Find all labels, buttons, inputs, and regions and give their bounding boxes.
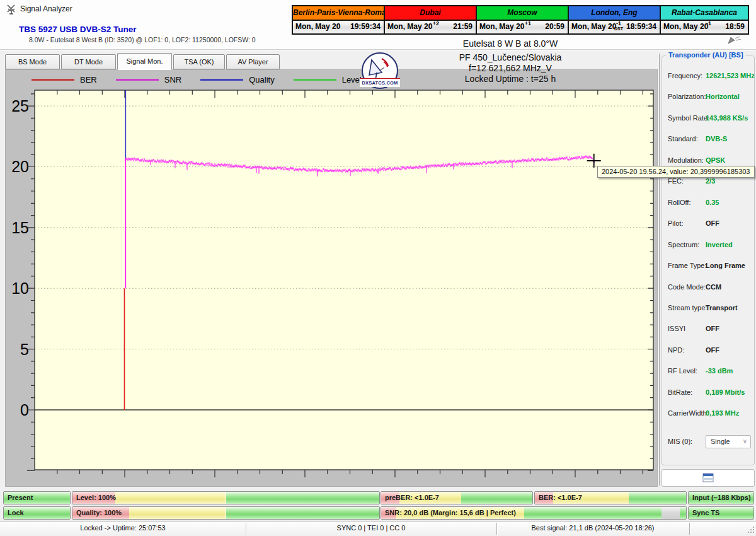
indicator-bar-level: Level: 100% [72,491,380,504]
clock-city: Moscow [476,5,569,21]
legend-swatch [32,79,74,81]
transponder-row-npd: NPD:OFF [662,346,754,356]
row-label: MIS (0): [668,438,692,445]
indicator-bar-preber: preBER: <1.0E-7 [381,491,533,504]
clock-hms: 18:59 [725,22,745,31]
legend-label: BER [80,75,97,84]
indicator-bar-input-188-kbps: Input (~188 Kbps) [688,491,754,504]
row-label: Polarization: [668,93,706,100]
bar-label: Quality: 100% [76,507,122,519]
clock-1: Berlin-Paris-Vienna-RomaMon, May 2019:59… [292,5,385,35]
row-value: 0.35 [706,199,719,206]
row-value: OFF [706,346,719,354]
list-icon [702,473,714,482]
transponder-row-carrierwidth: CarrierWidth:0,193 MHz [662,409,754,419]
clock-hms: 18:59:34 [626,22,656,31]
row-value: 0,189 Mbit/s [706,388,745,396]
mis-select[interactable]: Single∨ [706,435,751,448]
row-value: 143,988 KS/s [706,114,748,122]
bar-label: Sync TS [692,507,719,519]
bar-segment-gray [662,507,680,519]
row-value: 0,193 MHz [706,409,739,417]
window-title: Signal Analyzer [20,4,72,13]
row-value: 12621,523 MHz [706,72,755,79]
row-label: Pilot: [668,219,683,227]
panel-divider [659,54,660,486]
row-label: Standard: [668,135,698,143]
plot-area [35,90,653,470]
clock-date: Mon, May 20 [571,22,616,31]
bar-label: preBER: <1.0E-7 [385,492,439,504]
mis-value: Single [711,438,730,445]
legend-label: Quality [249,75,274,84]
indicator-bar-ber: BER: <1.0E-7 [534,491,687,504]
resize-grip-icon[interactable] [747,526,755,533]
tab-av-player[interactable]: AV Player [226,54,280,69]
legend-label: Level [342,75,362,84]
statusbar-separator [689,523,690,535]
stream-list-button[interactable] [662,469,755,487]
tab-tsa-ok[interactable]: TSA (OK) [173,54,225,69]
clock-utc-offset: -1 [706,21,711,26]
transponder-row-frame-type: Frame Type:Long Frame [662,262,754,271]
legend-item-snr: SNR [116,75,181,84]
clock-3: MoscowMon, May 20+120:59 [476,5,569,35]
clock-utc-offset: -1DST [614,21,623,31]
transponder-row-issyi: ISSYIOFF [662,325,754,334]
transponder-row-code-mode: Code Mode:CCM [662,283,754,293]
clock-hms: 19:59:34 [350,22,381,31]
clock-4: London, EngMon, May 20-1DST18:59:34 [568,5,661,35]
clock-time: Mon, May 20-118:59 [660,21,749,35]
bar-segment-green [524,507,662,519]
tuner-info: 8.0W - Eutelsat 8 West B (ID: 3520) @ LO… [29,36,256,44]
row-label: Symbol Rate: [668,114,709,122]
row-value: DVB-S [706,135,727,143]
row-label: ISSYI [668,325,685,332]
row-label: Frame Type: [668,262,707,269]
satellite-title: Eutelsat 8 W B at 8.0°W [372,38,649,49]
clock-city: London, Eng [568,5,661,21]
row-label: Modulation: [668,156,704,164]
clock-5: Rabat-CasablancaMon, May 20-118:59 [660,5,749,35]
clock-utc-offset: +1 [525,21,531,26]
row-value: CCM [706,283,721,291]
statusbar-cell-2: SYNC 0 | TEI 0 | CC 0 [246,524,496,532]
clock-date: Mon, May 20 [663,22,708,31]
clock-2: DubaiMon, May 20+221:59 [384,5,477,35]
site-title: PF 450_Lučenec/Slovakia [372,52,649,62]
clock-hms: 20:59 [545,22,564,31]
dxsatcs-logo-text: DXSATCS.COM [360,78,400,87]
bar-segment-yellow [129,507,226,519]
clock-date: Mon, May 20 [479,22,524,31]
tab-bs-mode[interactable]: BS Mode [5,54,60,69]
row-value: OFF [706,325,719,332]
bar-segment-green [461,492,532,504]
tab-dt-mode[interactable]: DT Mode [61,54,116,69]
transponder-row-pilot: Pilot:OFF [662,219,754,229]
bar-segment-yellow [115,492,226,504]
row-value: Long Frame [706,262,745,269]
transponder-row-standard: Standard:DVB-S [662,135,754,144]
tab-signal-mon[interactable]: Signal Mon. [117,53,172,70]
indicator-bar-lock: Lock [3,506,71,520]
row-label: Spectrum: [668,241,699,248]
clock-city: Rabat-Casablanca [660,5,749,21]
legend-label: SNR [164,75,181,84]
row-label: Code Mode: [668,283,706,291]
transponder-row-spectrum: Spectrum:Inverted [662,241,754,250]
legend-item-ber: BER [32,75,97,84]
row-label: NPD: [668,346,684,354]
bar-segment-green [680,507,686,519]
indicator-bar-quality: Quality: 100% [72,506,380,520]
clock-date: Mon, May 20 [387,22,432,31]
bar-label: SNR: 20,0 dB (Margin: 15,6 dB | Perfect) [385,507,516,519]
row-value: QPSK [706,156,725,164]
row-label: CarrierWidth: [668,409,709,417]
transponder-row-bitrate: BitRate:0,189 Mbit/s [662,388,754,398]
clock-city: Berlin-Paris-Vienna-Roma [292,5,385,21]
snr-chart[interactable] [25,88,658,481]
bar-label: BER: <1.0E-7 [539,492,582,504]
row-value: Inverted [706,241,733,248]
row-value: OFF [706,219,719,227]
row-value: Horizontal [706,93,740,100]
